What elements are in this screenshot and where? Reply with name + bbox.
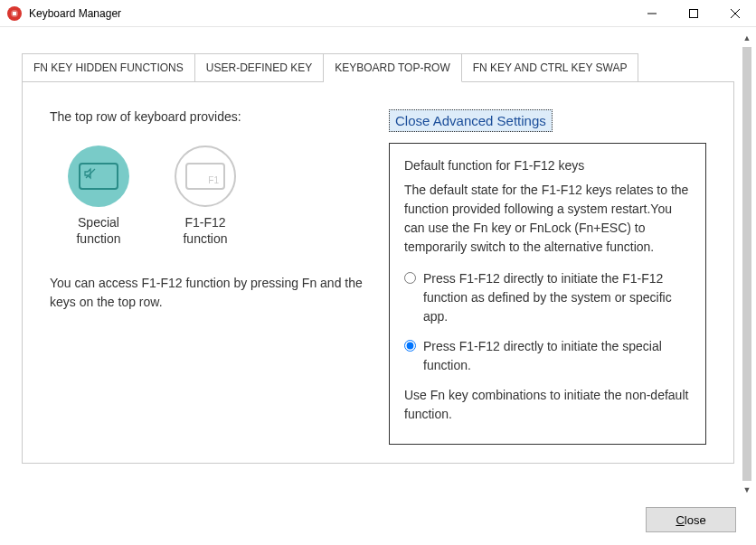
option-special-function[interactable]: Special function (68, 146, 129, 247)
vertical-scrollbar[interactable]: ▲ ▼ (740, 29, 754, 499)
content-area: FN KEY HIDDEN FUNCTIONS USER-DEFINED KEY… (0, 27, 756, 545)
radio-option-f1f12-default[interactable]: Press F1-F12 directly to initiate the F1… (404, 269, 691, 326)
right-column: Close Advanced Settings Default function… (389, 109, 706, 445)
tabs-container: FN KEY HIDDEN FUNCTIONS USER-DEFINED KEY… (0, 27, 756, 464)
option-f1f12-label-line2: function (183, 231, 227, 246)
maximize-icon (689, 9, 698, 18)
option-special-label-line2: function (76, 231, 120, 246)
radio-input-special[interactable] (404, 340, 416, 352)
left-column: The top row of keyboard provides: (50, 109, 371, 445)
close-button[interactable]: Close (646, 507, 736, 532)
key-icon-f1: F1 (185, 163, 225, 190)
option-f1f12-label: F1-F12 function (183, 214, 227, 247)
option-f1f12-circle: F1 (175, 146, 236, 207)
radio-option-special-default[interactable]: Press F1-F12 directly to initiate the sp… (404, 337, 691, 375)
advanced-settings-toggle[interactable]: Close Advanced Settings (389, 109, 553, 132)
mute-icon (84, 167, 97, 180)
advanced-footer-note: Use Fn key combinations to initiate the … (404, 386, 691, 424)
tab-user-defined-key[interactable]: USER-DEFINED KEY (195, 53, 324, 82)
svg-rect-1 (13, 12, 16, 15)
window-title: Keyboard Manager (29, 7, 121, 20)
tab-panel-top-row: The top row of keyboard provides: (22, 82, 734, 464)
tab-strip: FN KEY HIDDEN FUNCTIONS USER-DEFINED KEY… (22, 52, 734, 82)
key-icon-special (79, 163, 118, 190)
intro-text: The top row of keyboard provides: (50, 109, 371, 124)
svg-rect-3 (690, 9, 698, 17)
option-special-label-line1: Special (78, 215, 119, 230)
option-special-label: Special function (76, 214, 120, 247)
window-controls (631, 0, 756, 27)
tab-keyboard-top-row[interactable]: KEYBOARD TOP-ROW (324, 53, 462, 82)
access-note: You can access F1-F12 function by pressi… (50, 274, 371, 312)
footer: Close (646, 507, 736, 532)
f1-key-label: F1 (208, 175, 219, 185)
advanced-heading: Default function for F1-F12 keys (404, 156, 691, 175)
close-window-button[interactable] (714, 0, 756, 27)
scrollbar-thumb[interactable] (742, 47, 751, 481)
maximize-button[interactable] (673, 0, 714, 27)
scroll-up-arrow-icon[interactable]: ▲ (740, 31, 754, 45)
close-icon (731, 9, 740, 18)
radio-label-f1f12: Press F1-F12 directly to initiate the F1… (423, 269, 691, 326)
titlebar: Keyboard Manager (0, 0, 756, 27)
tab-fn-hidden-functions[interactable]: FN KEY HIDDEN FUNCTIONS (22, 53, 195, 82)
radio-label-special: Press F1-F12 directly to initiate the sp… (423, 337, 691, 375)
scroll-down-arrow-icon[interactable]: ▼ (740, 483, 754, 497)
advanced-description: The default state for the F1-F12 keys re… (404, 181, 691, 257)
radio-input-f1f12[interactable] (404, 272, 416, 284)
app-icon (7, 6, 22, 21)
minimize-icon (647, 9, 657, 18)
minimize-button[interactable] (631, 0, 673, 27)
advanced-settings-box: Default function for F1-F12 keys The def… (389, 143, 706, 445)
top-row-options: Special function F1 (68, 146, 371, 247)
option-f1f12-label-line1: F1-F12 (184, 215, 225, 230)
option-special-circle (68, 146, 129, 207)
option-f1-f12-function[interactable]: F1 F1-F12 function (175, 146, 236, 247)
tab-fn-ctrl-swap[interactable]: FN KEY AND CTRL KEY SWAP (462, 53, 639, 82)
